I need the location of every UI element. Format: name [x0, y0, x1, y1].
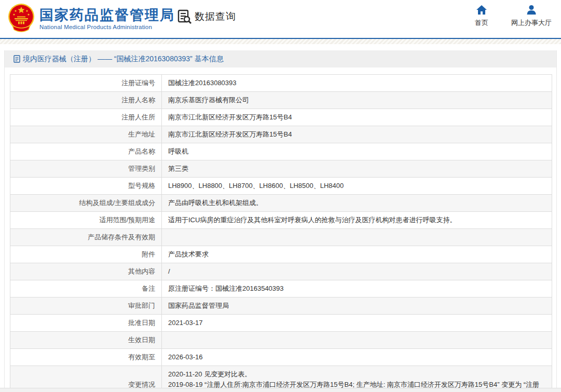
row-label: 注册证编号: [10, 75, 162, 92]
info-table: 注册证编号国械注准20163080393注册人名称南京乐基医疗器械有限公司注册人…: [10, 74, 552, 392]
row-value: 原注册证编号：国械注准20163540393: [162, 280, 552, 298]
row-label: 审批部门: [10, 298, 162, 315]
table-row: 产品名称呼吸机: [10, 143, 552, 160]
page-icon: [13, 55, 20, 63]
row-value: LH8900、LH8800、LH8700、LH8600、LH8500、LH840…: [162, 178, 552, 195]
row-value: [162, 332, 552, 349]
table-row: 生效日期: [10, 332, 552, 349]
page: 国家药品监督管理局 National Medical Products Admi…: [0, 0, 561, 392]
national-emblem-icon: [7, 3, 35, 35]
row-label: 备注: [10, 280, 162, 298]
row-value: 国家药品监督管理局: [162, 298, 552, 315]
row-value: 南京市江北新区经济开发区万寿路15号B4: [162, 126, 552, 143]
table-row: 有效期至2026-03-16: [10, 349, 552, 366]
table-row: 产品储存条件及有效期: [10, 229, 552, 246]
row-label: 产品储存条件及有效期: [10, 229, 162, 246]
row-label: 有效期至: [10, 349, 162, 366]
row-label: 生产地址: [10, 126, 162, 143]
row-label: 适用范围/预期用途: [10, 212, 162, 229]
row-value: 产品由呼吸机主机和机架组成。: [162, 195, 552, 212]
nav-item-home[interactable]: 首页: [475, 4, 488, 28]
row-value: 南京乐基医疗器械有限公司: [162, 92, 552, 109]
row-value: /: [162, 263, 552, 280]
user-icon: [526, 4, 537, 16]
breadcrumb: 境内医疗器械（注册） —— “国械注准20163080393” 基本信息: [5, 50, 556, 67]
table-row: 附件产品技术要求: [10, 246, 552, 263]
nav-item-label: 网上办事大厅: [511, 18, 552, 28]
table-row: 生产地址南京市江北新区经济开发区万寿路15号B4: [10, 126, 552, 143]
top-nav: 首页 网上办事大厅: [475, 4, 552, 28]
nav-item-service-hall[interactable]: 网上办事大厅: [511, 4, 552, 28]
info-table-body: 注册证编号国械注准20163080393注册人名称南京乐基医疗器械有限公司注册人…: [10, 75, 552, 392]
footer-strip: [0, 388, 561, 392]
stripe-band: [0, 39, 561, 44]
data-query-tab[interactable]: 数据查询: [176, 9, 236, 24]
site-logo[interactable]: 国家药品监督管理局 National Medical Products Admi…: [7, 3, 175, 35]
row-value: 适用于ICU病房的重症治疗及其他科室对呼衰病人的抢救与治疗及医疗机构对患者进行呼…: [162, 212, 552, 229]
row-label: 生效日期: [10, 332, 162, 349]
row-label: 管理类别: [10, 160, 162, 178]
row-value: 国械注准20163080393: [162, 75, 552, 92]
row-value: 2026-03-16: [162, 349, 552, 366]
data-query-label: 数据查询: [195, 10, 236, 23]
row-value: 呼吸机: [162, 143, 552, 160]
row-label: 结构及组成/主要组成成分: [10, 195, 162, 212]
breadcrumb-text: 境内医疗器械（注册） —— “国械注准20163080393” 基本信息: [23, 55, 224, 64]
document-search-icon: [176, 9, 192, 24]
row-label: 注册人住所: [10, 109, 162, 126]
table-row: 适用范围/预期用途适用于ICU病房的重症治疗及其他科室对呼衰病人的抢救与治疗及医…: [10, 212, 552, 229]
row-label: 型号规格: [10, 178, 162, 195]
row-value: [162, 229, 552, 246]
row-label: 附件: [10, 246, 162, 263]
home-icon: [476, 4, 487, 16]
row-label: 注册人名称: [10, 92, 162, 109]
row-value: 南京市江北新区经济开发区万寿路15号B4: [162, 109, 552, 126]
row-value: 2021-03-17: [162, 315, 552, 332]
table-row: 型号规格LH8900、LH8800、LH8700、LH8600、LH8500、L…: [10, 178, 552, 195]
table-row: 注册人名称南京乐基医疗器械有限公司: [10, 92, 552, 109]
row-label: 其他内容: [10, 263, 162, 280]
org-name-cn: 国家药品监督管理局: [39, 7, 175, 23]
org-name-en: National Medical Products Administration: [39, 24, 175, 30]
site-header: 国家药品监督管理局 National Medical Products Admi…: [0, 0, 561, 38]
nav-item-label: 首页: [475, 18, 488, 28]
table-row: 结构及组成/主要组成成分产品由呼吸机主机和机架组成。: [10, 195, 552, 212]
table-row: 批准日期2021-03-17: [10, 315, 552, 332]
content-container: 境内医疗器械（注册） —— “国械注准20163080393” 基本信息 注册证…: [4, 50, 557, 392]
row-label: 产品名称: [10, 143, 162, 160]
table-row: 注册证编号国械注准20163080393: [10, 75, 552, 92]
table-row: 其他内容/: [10, 263, 552, 280]
site-title-block: 国家药品监督管理局 National Medical Products Admi…: [39, 7, 175, 30]
table-row: 注册人住所南京市江北新区经济开发区万寿路15号B4: [10, 109, 552, 126]
row-label: 批准日期: [10, 315, 162, 332]
row-value: 产品技术要求: [162, 246, 552, 263]
table-row: 审批部门国家药品监督管理局: [10, 298, 552, 315]
table-row: 管理类别第三类: [10, 160, 552, 178]
row-value: 第三类: [162, 160, 552, 178]
table-row: 备注原注册证编号：国械注准20163540393: [10, 280, 552, 298]
